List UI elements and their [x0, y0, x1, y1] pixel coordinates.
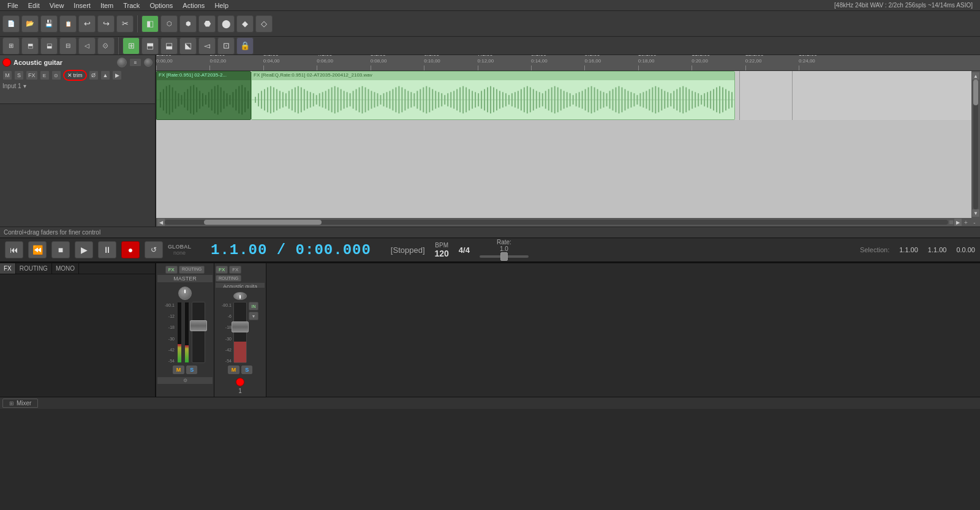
master-pan-knob[interactable] [178, 287, 192, 300]
master-solo-btn[interactable]: S [186, 366, 197, 374]
vscroll-down[interactable]: ▼ [972, 209, 979, 217]
vscroll-track[interactable] [973, 80, 978, 209]
acoustic-fx-btn1[interactable]: FX [216, 266, 228, 274]
mixer-tab-mono[interactable]: MONO [52, 263, 79, 274]
menu-help[interactable]: Help [209, 1, 233, 10]
toolbar-t5[interactable]: ⬤ [217, 15, 235, 32]
menu-view[interactable]: View [45, 1, 69, 10]
toolbar-r2-6[interactable]: ⛒ [97, 37, 115, 54]
hscroll-thumb[interactable] [204, 220, 322, 225]
acoustic-fader-track[interactable] [233, 302, 247, 363]
master-mute-btn[interactable]: M [173, 366, 185, 374]
mixer-tab-fx[interactable]: FX [0, 263, 16, 274]
mixer-tab-routing[interactable]: ROUTING [16, 263, 52, 274]
bottom-tab-mixer[interactable]: ⊞ Mixer [2, 399, 38, 408]
menu-file[interactable]: File [2, 1, 23, 10]
menu-insert[interactable]: Insert [69, 1, 96, 10]
menu-item[interactable]: Item [96, 1, 118, 10]
acoustic-solo-btn[interactable]: S [241, 366, 252, 374]
acoustic-in-btn[interactable]: IN [249, 302, 258, 310]
rate-slider-thumb[interactable] [500, 252, 508, 261]
track-solo-button[interactable]: S [14, 70, 24, 80]
toolbar-undo[interactable]: ↩ [78, 15, 96, 32]
master-gear[interactable]: ⚙ [157, 377, 213, 384]
acoustic-down-btn[interactable]: ▼ [249, 312, 258, 320]
arrange-content[interactable]: FX [Rate:0.951] 02-AT2035-2... [156, 71, 971, 218]
audio-clip-1[interactable]: FX [Rate:0.951] 02-AT2035-2... [156, 71, 251, 120]
time-sig[interactable]: 4/4 [454, 246, 475, 255]
track-record-button[interactable] [2, 58, 11, 67]
toolbar-r2-4[interactable]: ⊟ [59, 37, 77, 54]
toolbar-r2-11[interactable]: ◅ [198, 37, 216, 54]
transport-begin[interactable]: ⏮ [5, 241, 23, 258]
zoom-out[interactable]: - [970, 218, 979, 227]
toolbar-r2-5[interactable]: ◁ [78, 37, 96, 54]
toolbar-t4[interactable]: ⬣ [198, 15, 216, 32]
toolbar-saveas[interactable]: 📋 [59, 15, 77, 32]
acoustic-fx-btn2[interactable]: FX [229, 266, 241, 274]
toolbar-r2-9[interactable]: ⬓ [160, 37, 178, 54]
toolbar-r2-8[interactable]: ⬒ [141, 37, 159, 54]
acoustic-record-btn[interactable] [236, 378, 244, 386]
transport-pause[interactable]: ⏸ [98, 241, 116, 258]
vertical-scrollbar[interactable]: ▲ ▼ [971, 71, 980, 218]
acoustic-mute-btn[interactable]: M [228, 366, 240, 374]
track-record-arm[interactable]: ⊙ [51, 70, 61, 80]
track-route-button[interactable]: ≡ [129, 58, 141, 67]
track-phase-button[interactable]: Ø [89, 70, 99, 80]
horizontal-scrollbar[interactable]: ◀ ▶ + - [156, 218, 980, 227]
hscroll-right[interactable]: ▶ [954, 219, 962, 226]
toolbar-open[interactable]: 📂 [21, 15, 39, 32]
track-pan-knob[interactable] [144, 58, 153, 67]
transport-play[interactable]: ▶ [75, 241, 93, 258]
toolbar-t3[interactable]: ⬢ [179, 15, 197, 32]
hscroll-track[interactable] [165, 220, 948, 225]
transport-back[interactable]: ⏪ [28, 241, 47, 258]
acoustic-routing-btn[interactable]: ROUTING [216, 275, 241, 282]
master-fader-track[interactable] [192, 302, 205, 363]
track-mute-button[interactable]: M [2, 70, 12, 80]
master-routing-btn[interactable]: ROUTING [179, 266, 205, 274]
acoustic-pan-knob[interactable] [233, 292, 247, 300]
acoustic-fader-thumb[interactable] [232, 321, 249, 332]
toolbar-r2-10[interactable]: ⬕ [179, 37, 197, 54]
rate-slider[interactable] [480, 252, 529, 261]
vscroll-up[interactable]: ▲ [972, 72, 979, 80]
master-fader-thumb[interactable] [190, 320, 207, 331]
track-trim-button[interactable]: ✕ trim [63, 70, 87, 81]
hscroll-resize[interactable] [949, 220, 953, 224]
zoom-in[interactable]: + [962, 218, 970, 227]
audio-clip-2[interactable]: FX [ReaEQ,Rate:0.951] 02-AT2035-200412_2… [251, 71, 735, 120]
track-pan-up[interactable]: ▲ [100, 70, 111, 80]
toolbar-t1[interactable]: ◧ [141, 15, 159, 32]
transport-stop[interactable]: ■ [51, 241, 70, 258]
vscroll-thumb[interactable] [973, 80, 978, 105]
track-volume-knob[interactable] [117, 58, 127, 67]
menu-edit[interactable]: Edit [23, 1, 45, 10]
toolbar-r2-12[interactable]: ⊡ [217, 37, 235, 54]
toolbar-t7[interactable]: ◇ [255, 15, 273, 32]
transport-record[interactable]: ● [121, 241, 140, 258]
toolbar-save[interactable]: 💾 [40, 15, 58, 32]
toolbar-r2-3[interactable]: ⬓ [40, 37, 58, 54]
menu-options[interactable]: Options [145, 1, 178, 10]
menu-track[interactable]: Track [118, 1, 145, 10]
toolbar-t2[interactable]: ⬡ [160, 15, 178, 32]
toolbar-cut[interactable]: ✂ [116, 15, 134, 32]
toolbar-t6[interactable]: ◆ [236, 15, 254, 32]
track-fx-button[interactable]: FX [26, 70, 38, 80]
toolbar-new[interactable]: 📄 [2, 15, 20, 32]
toolbar-r2-13[interactable]: 🔒 [236, 37, 254, 54]
bpm-value[interactable]: 120 [435, 249, 449, 258]
master-fx-btn[interactable]: FX [165, 266, 178, 274]
toolbar-r2-7[interactable]: ⊞ [123, 37, 140, 54]
hscroll-left[interactable]: ◀ [157, 219, 165, 226]
track-fwd-button[interactable]: ▶ [112, 70, 122, 80]
track-input-arrow[interactable]: ▾ [23, 83, 26, 89]
toolbar-r2-2[interactable]: ⬒ [21, 37, 39, 54]
transport-repeat[interactable]: ↺ [145, 241, 163, 258]
toolbar-redo[interactable]: ↪ [97, 15, 115, 32]
toolbar-r2-1[interactable]: ⊞ [2, 37, 20, 54]
menu-actions[interactable]: Actions [178, 1, 209, 10]
track-env-button[interactable]: E [40, 70, 50, 80]
